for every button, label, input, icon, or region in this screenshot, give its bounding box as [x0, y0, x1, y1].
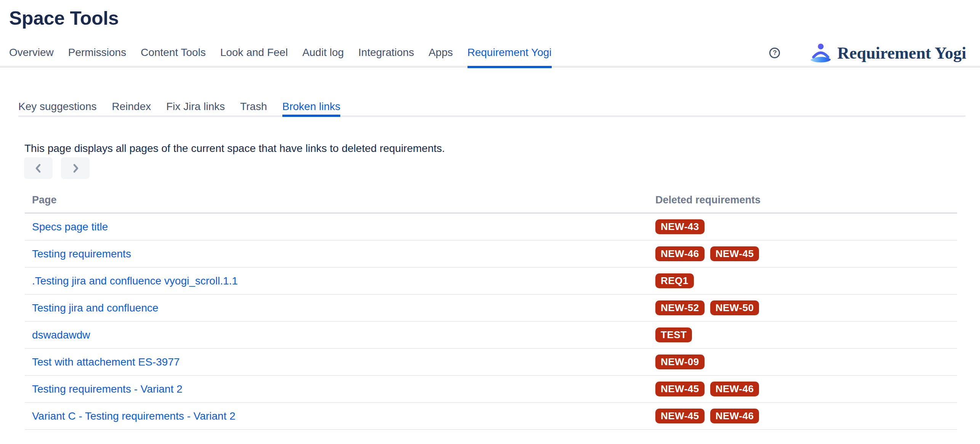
requirement-yogi-subtabs: Key suggestions Reindex Fix Jira links T… — [18, 100, 966, 115]
deleted-requirement-badge: NEW-46 — [710, 409, 759, 423]
badge-group: NEW-45 NEW-46 — [655, 409, 957, 423]
badge-group: NEW-43 — [655, 219, 957, 234]
deleted-requirement-badge: NEW-46 — [655, 246, 705, 261]
nav-tab[interactable]: Overview — [9, 46, 54, 59]
nav-tab[interactable]: Apps — [429, 46, 453, 59]
table-row: Variant C - Testing requirements - Varia… — [25, 402, 957, 430]
page-link[interactable]: Variant C - Testing requirements - Varia… — [32, 410, 235, 422]
page-cell: .Testing jira and confluence vyogi_scrol… — [25, 267, 648, 294]
page-cell: dswadawdw — [25, 321, 648, 348]
requirement-yogi-logo: Requirement Yogi — [810, 43, 966, 63]
deleted-requirements-cell: NEW-43 — [648, 213, 957, 241]
deleted-requirement-badge: NEW-45 — [710, 246, 759, 261]
nav-tab[interactable]: Audit log — [302, 46, 344, 59]
chevron-right-icon — [70, 163, 80, 173]
nav-tab[interactable]: Requirement Yogi — [468, 46, 552, 59]
deleted-requirements-cell: NEW-52 NEW-50 — [648, 294, 957, 321]
table-row: Testing jira and confluence NEW-52 NEW-5… — [25, 294, 957, 321]
table-row: Specs page title NEW-43 — [25, 213, 957, 241]
space-tools-page: { "page": { "title": "Space Tools" }, "h… — [0, 0, 980, 444]
help-glyph: ? — [773, 49, 777, 57]
nav-tab[interactable]: Integrations — [358, 46, 414, 59]
deleted-requirement-badge: TEST — [655, 327, 692, 342]
nav-tab[interactable]: Content Tools — [141, 46, 206, 59]
badge-group: NEW-09 — [655, 355, 957, 369]
page-cell: Test with attachement ES-3977 — [25, 348, 648, 375]
header-right-cluster: ? Requirement Yogi — [769, 42, 966, 64]
deleted-requirements-cell: NEW-45 NEW-46 — [648, 402, 957, 430]
page-link[interactable]: Testing requirements — [32, 248, 131, 260]
requirement-yogi-subtab-bar: Key suggestions Reindex Fix Jira links T… — [18, 100, 966, 117]
deleted-requirement-badge: NEW-50 — [710, 300, 759, 315]
column-header-page: Page — [25, 194, 648, 213]
help-icon[interactable]: ? — [769, 48, 780, 58]
page-cell: Testing requirements - Variant 2 — [25, 375, 648, 402]
subnav-tab[interactable]: Trash — [240, 100, 267, 113]
page-description: This page displays all pages of the curr… — [24, 142, 980, 155]
subnav-tab[interactable]: Key suggestions — [18, 100, 96, 113]
subnav-tab[interactable]: Fix Jira links — [166, 100, 225, 113]
table-row: Testing requirements NEW-46 NEW-45 — [25, 240, 957, 267]
prev-page-button[interactable] — [24, 157, 53, 179]
nav-tab[interactable]: Permissions — [68, 46, 126, 59]
deleted-requirements-cell: TEST — [648, 321, 957, 348]
deleted-requirement-badge: NEW-45 — [655, 382, 705, 396]
subnav-tab[interactable]: Broken links — [282, 100, 341, 113]
page-link[interactable]: .Testing jira and confluence vyogi_scrol… — [32, 275, 238, 287]
page-cell: Testing jira and confluence — [25, 294, 648, 321]
page-cell: Variant C - Testing requirements - Varia… — [25, 402, 648, 430]
deleted-requirements-cell: REQ1 — [648, 267, 957, 294]
deleted-requirements-cell: NEW-09 — [648, 348, 957, 375]
deleted-requirements-cell: NEW-46 NEW-45 — [648, 240, 957, 267]
pagination — [24, 157, 980, 179]
table-row: .Testing jira and confluence vyogi_scrol… — [25, 267, 957, 294]
deleted-requirement-badge: NEW-09 — [655, 355, 705, 369]
page-link[interactable]: Testing requirements - Variant 2 — [32, 383, 183, 395]
chevron-left-icon — [34, 163, 43, 173]
badge-group: NEW-45 NEW-46 — [655, 382, 957, 396]
badge-group: NEW-46 NEW-45 — [655, 246, 957, 261]
column-header-deleted-requirements: Deleted requirements — [648, 194, 957, 213]
badge-group: NEW-52 NEW-50 — [655, 300, 957, 315]
deleted-requirement-badge: NEW-45 — [655, 409, 705, 423]
badge-group: TEST — [655, 327, 957, 342]
page-link[interactable]: Specs page title — [32, 221, 108, 233]
page-link[interactable]: dswadawdw — [32, 329, 90, 341]
page-cell: Testing requirements — [25, 240, 648, 267]
page-link[interactable]: Testing jira and confluence — [32, 302, 159, 314]
logo-text: Requirement Yogi — [837, 43, 966, 63]
table-row: dswadawdw TEST — [25, 321, 957, 348]
page-link[interactable]: Test with attachement ES-3977 — [32, 356, 180, 368]
deleted-requirement-badge: NEW-43 — [655, 219, 705, 234]
page-title: Space Tools — [9, 8, 980, 28]
broken-links-table: Page Deleted requirements Specs page tit… — [25, 194, 957, 430]
nav-tab[interactable]: Look and Feel — [220, 46, 288, 59]
deleted-requirement-badge: REQ1 — [655, 273, 694, 288]
subnav-tab[interactable]: Reindex — [112, 100, 151, 113]
page-cell: Specs page title — [25, 213, 648, 241]
table-row: Test with attachement ES-3977 NEW-09 — [25, 348, 957, 375]
space-tools-tab-bar: Overview Permissions Content Tools Look … — [0, 46, 980, 68]
deleted-requirement-badge: NEW-46 — [710, 382, 759, 396]
yogi-icon — [810, 43, 832, 63]
badge-group: REQ1 — [655, 273, 957, 288]
deleted-requirements-cell: NEW-45 NEW-46 — [648, 375, 957, 402]
deleted-requirement-badge: NEW-52 — [655, 300, 705, 315]
next-page-button[interactable] — [61, 157, 90, 179]
table-row: Testing requirements - Variant 2 NEW-45 … — [25, 375, 957, 402]
